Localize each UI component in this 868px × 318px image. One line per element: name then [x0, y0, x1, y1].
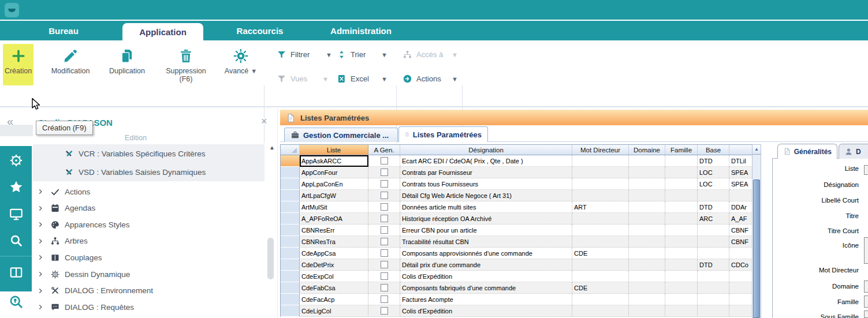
- ribbon-button-modification[interactable]: Modification: [42, 44, 99, 85]
- a-gen-checkbox[interactable]: [381, 295, 388, 303]
- cell[interactable]: DTD: [698, 201, 729, 213]
- cell[interactable]: Erreur CBN pour un article: [400, 225, 572, 236]
- column-header-extra[interactable]: [729, 145, 752, 155]
- cell[interactable]: Colis d'Expédition: [400, 271, 572, 282]
- ribbon-tab-administration[interactable]: Administration: [323, 21, 398, 40]
- cell[interactable]: ArtMulSit: [300, 201, 368, 213]
- cell[interactable]: CBNResTra: [300, 236, 368, 248]
- a-gen-checkbox[interactable]: [381, 215, 388, 222]
- cell[interactable]: [629, 213, 665, 225]
- chevron-right-icon[interactable]: [33, 271, 48, 278]
- cell[interactable]: AppConFour: [300, 167, 368, 178]
- chevron-right-icon[interactable]: [33, 287, 48, 294]
- column-header-désignation[interactable]: Désignation: [400, 145, 572, 155]
- cell[interactable]: DTD: [698, 259, 729, 271]
- a-gen-checkbox[interactable]: [381, 180, 388, 188]
- cell[interactable]: DTD: [698, 155, 729, 167]
- cell[interactable]: [729, 282, 752, 294]
- tree-item[interactable]: VSD : Variables Saisies Dynamiques: [33, 163, 265, 181]
- cell[interactable]: ArtLpaCfgW: [300, 190, 368, 201]
- cell[interactable]: A_APFoReOA: [300, 213, 368, 225]
- app-logo-button[interactable]: [5, 3, 19, 17]
- cell[interactable]: [572, 294, 629, 305]
- ribbon-item-excel[interactable]: Excel ▼: [337, 74, 388, 84]
- cell[interactable]: [572, 305, 629, 317]
- cell[interactable]: [629, 201, 665, 213]
- cell[interactable]: [665, 271, 698, 282]
- cell[interactable]: [572, 178, 629, 190]
- column-header-base[interactable]: Base: [698, 145, 729, 155]
- grid-scrollbar[interactable]: ▲: [752, 144, 761, 318]
- cell[interactable]: [572, 190, 629, 201]
- tree-item[interactable]: VCR : Variables Spécifiques Critères: [33, 144, 265, 163]
- a-gen-checkbox[interactable]: [381, 192, 388, 199]
- cell[interactable]: [665, 167, 698, 178]
- cell[interactable]: LOC: [698, 178, 729, 190]
- rail-star-button[interactable]: [7, 178, 25, 196]
- cell[interactable]: CBNResErr: [300, 225, 368, 236]
- a-gen-checkbox[interactable]: [381, 157, 388, 164]
- cell[interactable]: Colis d'Expédition: [400, 305, 572, 317]
- cell[interactable]: [629, 282, 665, 294]
- cell[interactable]: [572, 167, 629, 178]
- cell[interactable]: CBNF: [729, 236, 752, 248]
- ribbon-tab-bureau[interactable]: Bureau: [35, 21, 92, 40]
- cell[interactable]: [572, 236, 629, 248]
- inspector-tab[interactable]: D: [839, 144, 868, 159]
- ribbon-item-filtrer[interactable]: Filtrer ▼: [277, 50, 332, 59]
- cell[interactable]: [629, 225, 665, 236]
- cell[interactable]: CdeAppCsa: [300, 248, 368, 259]
- a-gen-checkbox[interactable]: [381, 238, 388, 245]
- ribbon-button-avancé[interactable]: Avancé▼: [218, 44, 263, 85]
- row-header[interactable]: [281, 248, 300, 259]
- dropdown-caret-icon[interactable]: ▼: [381, 51, 388, 58]
- cell[interactable]: Détail prix d'une commande: [400, 259, 572, 271]
- cell[interactable]: CDE: [572, 248, 629, 259]
- a-gen-checkbox[interactable]: [381, 261, 388, 268]
- cell[interactable]: DTLil: [729, 155, 752, 167]
- cell[interactable]: [629, 259, 665, 271]
- cell[interactable]: [572, 271, 629, 282]
- field-input[interactable]: [864, 280, 868, 293]
- cell[interactable]: Contrats tous Fournisseurs: [400, 178, 572, 190]
- ribbon-button-création[interactable]: Création: [3, 44, 33, 85]
- cell[interactable]: [572, 259, 629, 271]
- cell[interactable]: [698, 248, 729, 259]
- cell[interactable]: Historique réception OA Archivé: [400, 213, 572, 225]
- cell[interactable]: AppAskARCC: [300, 155, 368, 167]
- row-header[interactable]: [281, 178, 300, 190]
- field-input[interactable]: [864, 310, 868, 318]
- cell[interactable]: [629, 178, 665, 190]
- tree-item[interactable]: Arbres: [33, 233, 265, 249]
- tree-item[interactable]: Actions: [33, 184, 265, 200]
- chevron-right-icon[interactable]: [33, 188, 48, 195]
- cell[interactable]: [729, 305, 752, 317]
- cell[interactable]: CdeExpCol: [300, 271, 368, 282]
- tree-scrollbar-thumb[interactable]: [267, 238, 274, 279]
- tree-item[interactable]: Dessin Dynamique: [33, 266, 265, 282]
- cell[interactable]: ART: [572, 201, 629, 213]
- cell[interactable]: [665, 190, 698, 201]
- cell[interactable]: [572, 155, 629, 167]
- row-header[interactable]: [281, 201, 300, 213]
- row-header[interactable]: [281, 213, 300, 225]
- cell[interactable]: CDE: [572, 282, 629, 294]
- cell[interactable]: CDCo: [729, 259, 752, 271]
- column-header-domaine[interactable]: Domaine: [629, 145, 665, 155]
- sidebar-close-button[interactable]: ×: [261, 115, 267, 127]
- row-header[interactable]: [281, 167, 300, 178]
- row-header[interactable]: [281, 294, 300, 305]
- rail-split-columns-button[interactable]: [7, 263, 25, 281]
- a-gen-checkbox[interactable]: [381, 272, 388, 280]
- cell[interactable]: Détail Cfg Web Article Negoce ( Art 31): [400, 190, 572, 201]
- cell[interactable]: DDAr: [729, 201, 752, 213]
- sidebar-collapse-button[interactable]: «: [7, 115, 13, 127]
- cell[interactable]: [698, 271, 729, 282]
- grid-scrollbar-thumb[interactable]: [753, 179, 760, 318]
- row-header[interactable]: [281, 236, 300, 248]
- chevron-right-icon[interactable]: [33, 205, 48, 212]
- dropdown-caret-icon[interactable]: ▼: [452, 76, 458, 83]
- cell[interactable]: [665, 305, 698, 317]
- cell[interactable]: [698, 282, 729, 294]
- cell[interactable]: [665, 178, 698, 190]
